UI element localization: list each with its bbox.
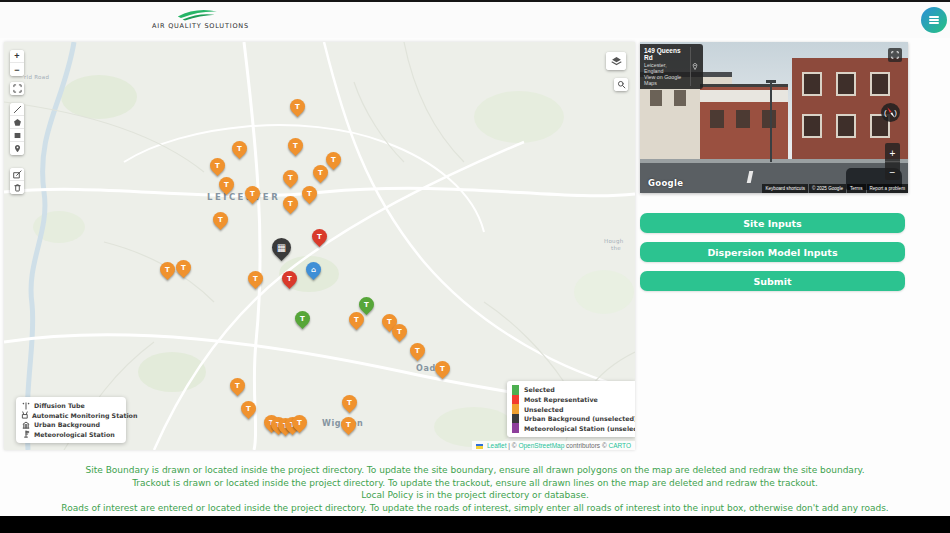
fullscreen-icon: [891, 51, 899, 59]
draw-polyline-button[interactable]: [10, 103, 24, 116]
draw-rectangle-button[interactable]: [10, 129, 24, 142]
street-view-window: [870, 72, 890, 96]
tube-glyph: T: [302, 186, 317, 201]
tube-glyph: T: [213, 212, 228, 227]
view-on-google-maps-link[interactable]: View on Google Maps: [644, 74, 687, 86]
map-marker-home[interactable]: ⌂: [303, 259, 324, 280]
tube-glyph: T: [245, 186, 260, 201]
map-marker-tube[interactable]: T: [310, 162, 331, 183]
map-marker-tube[interactable]: T: [227, 375, 248, 396]
menu-button[interactable]: [921, 7, 947, 33]
trash-icon: [13, 183, 22, 192]
color-swatch-urban-background: [512, 414, 519, 424]
edit-toolbar: [10, 168, 24, 194]
color-legend-label: Unselected: [524, 406, 564, 413]
info-notes: Site Boundary is drawn or located inside…: [0, 464, 950, 514]
street-view-window: [674, 90, 686, 106]
edit-layers-button[interactable]: [10, 168, 24, 181]
map-marker-tube[interactable]: T: [389, 321, 410, 342]
map-marker-tube[interactable]: T: [238, 398, 259, 419]
keyboard-shortcuts-link[interactable]: Keyboard shortcuts: [762, 184, 808, 193]
attribution-copyright: ©: [512, 442, 517, 449]
map-marker-building[interactable]: ▦: [268, 234, 295, 261]
map-marker-tube[interactable]: T: [245, 268, 266, 289]
map-marker-tube[interactable]: T: [280, 167, 301, 188]
street-view-compass[interactable]: [881, 103, 900, 122]
address-title: 149 Queens Rd: [644, 47, 687, 61]
tube-glyph: T: [160, 262, 175, 277]
map-marker-tube[interactable]: T: [229, 138, 250, 159]
submit-button[interactable]: Submit: [640, 271, 905, 291]
layers-button[interactable]: [606, 52, 626, 70]
dispersion-model-inputs-button[interactable]: Dispersion Model Inputs: [640, 242, 905, 262]
draw-marker-button[interactable]: [10, 142, 24, 155]
layers-icon: [611, 56, 622, 67]
map-marker-tube[interactable]: T: [173, 257, 194, 278]
search-button[interactable]: [614, 78, 628, 91]
map-marker-tube[interactable]: T: [407, 340, 428, 361]
map-marker-tube[interactable]: T: [356, 294, 377, 315]
polygon-icon: [13, 118, 22, 127]
map-marker-tube[interactable]: T: [299, 183, 320, 204]
draw-polygon-button[interactable]: [10, 116, 24, 129]
map-marker-tube[interactable]: T: [207, 155, 228, 176]
street-view-zoom-in-button[interactable]: +: [885, 147, 900, 162]
edit-icon: [13, 170, 22, 179]
map-marker-tube[interactable]: T: [280, 193, 301, 214]
openstreetmap-link[interactable]: OpenStreetMap: [518, 442, 564, 449]
map-marker-tube[interactable]: T: [289, 412, 310, 433]
map-marker-tube[interactable]: T: [339, 392, 360, 413]
map[interactable]: LEICESTER Oadby Wigston Hough the rld Ro…: [4, 42, 635, 450]
street-view-address-box: 149 Queens Rd Leicester, England View on…: [640, 44, 703, 89]
map-marker-tube[interactable]: T: [309, 226, 330, 247]
street-view-zoom-control: + −: [885, 143, 900, 180]
tube-glyph: T: [292, 415, 307, 430]
map-attribution: Leaflet | © OpenStreetMap contributors ©…: [472, 441, 635, 450]
map-marker-tube[interactable]: T: [210, 209, 231, 230]
map-marker-tube[interactable]: T: [287, 96, 308, 117]
report-a-problem-link[interactable]: Report a problem: [867, 184, 909, 193]
header: AIR QUALITY SOLUTIONS: [0, 2, 950, 38]
tube-glyph: T: [342, 395, 357, 410]
fullscreen-button[interactable]: [10, 82, 24, 95]
map-marker-tube[interactable]: T: [216, 174, 237, 195]
zoom-out-button[interactable]: −: [10, 63, 24, 76]
tube-glyph: T: [230, 378, 245, 393]
hamburger-icon: [929, 15, 939, 26]
map-marker-tube[interactable]: T: [279, 268, 300, 289]
google-logo[interactable]: Google: [648, 178, 683, 188]
tube-glyph: T: [392, 324, 407, 339]
map-marker-tube[interactable]: T: [285, 135, 306, 156]
color-legend-row: Urban Background (unselected): [512, 414, 631, 424]
street-view-window: [762, 110, 776, 128]
meteorological-station-icon: [21, 430, 31, 438]
map-marker-tube[interactable]: T: [432, 358, 453, 379]
delete-layers-button[interactable]: [10, 181, 24, 194]
street-view-zoom-out-button[interactable]: −: [885, 165, 900, 180]
site-inputs-button[interactable]: Site Inputs: [640, 213, 905, 233]
tube-glyph: T: [435, 361, 450, 376]
legend-row: Urban Background: [21, 420, 121, 430]
color-legend-row: Most Representative: [512, 395, 631, 405]
street-view-window: [802, 72, 822, 96]
draw-toolbar: [10, 103, 24, 155]
map-marker-tube[interactable]: T: [292, 308, 313, 329]
tube-glyph: T: [295, 311, 310, 326]
tube-glyph: T: [313, 165, 328, 180]
compass-needle-icon: [886, 107, 895, 119]
map-marker-tube[interactable]: T: [242, 183, 263, 204]
polyline-icon: [13, 105, 22, 114]
fullscreen-control: [10, 82, 24, 95]
tube-glyph: T: [283, 196, 298, 211]
carto-link[interactable]: CARTO: [608, 442, 631, 449]
zoom-in-button[interactable]: +: [10, 50, 24, 63]
map-marker-tube[interactable]: T: [338, 414, 359, 435]
note-trackout: Trackout is drawn or located inside the …: [0, 477, 950, 490]
leaflet-link[interactable]: Leaflet: [487, 442, 507, 449]
street-view-fullscreen-button[interactable]: [888, 48, 902, 62]
attribution-copyright: ©: [602, 442, 607, 449]
terms-link[interactable]: Terms: [847, 184, 866, 193]
street-view-panel[interactable]: 149 Queens Rd Leicester, England View on…: [640, 42, 908, 193]
tube-glyph: T: [410, 343, 425, 358]
logo[interactable]: AIR QUALITY SOLUTIONS: [152, 6, 242, 30]
